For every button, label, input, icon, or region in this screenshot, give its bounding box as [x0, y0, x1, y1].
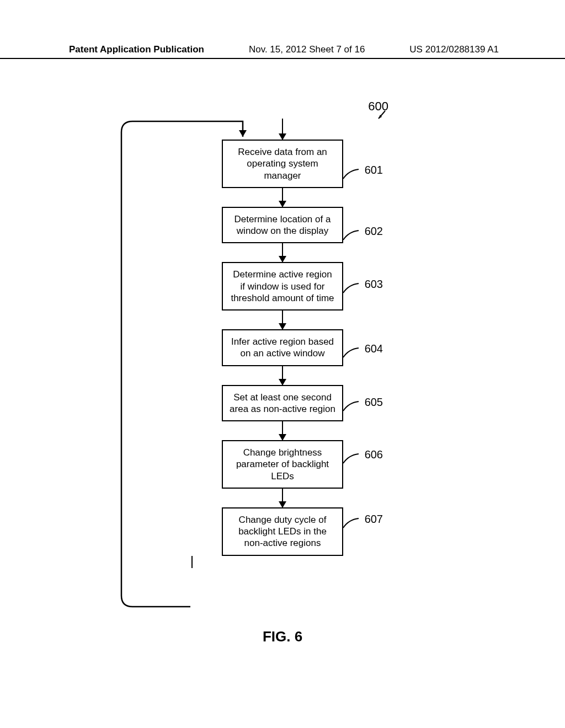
flow-step-607: Change duty cycle of backlight LEDs in t… [222, 507, 343, 556]
connector [282, 188, 283, 207]
step-text: Infer active region based on an active w… [231, 336, 334, 358]
flow-step-602: Determine location of a window on the di… [222, 207, 343, 244]
ref-label-604: 604 [365, 342, 383, 355]
ref-label-607: 607 [365, 513, 383, 526]
connector [282, 119, 283, 140]
ref-curve-icon [342, 282, 361, 296]
connector [282, 489, 283, 507]
figure-caption: FIG. 6 [263, 628, 302, 645]
ref-curve-icon [342, 400, 361, 414]
header-row: Patent Application Publication Nov. 15, … [0, 44, 565, 55]
header-pub-number: US 2012/0288139 A1 [409, 44, 499, 55]
ref-label-602: 602 [365, 225, 383, 238]
ref-curve-icon [342, 517, 361, 531]
connector [191, 556, 193, 568]
header-publication: Patent Application Publication [69, 44, 204, 55]
step-text: Set at least one second area as non-acti… [230, 392, 335, 414]
ref-label-605: 605 [365, 396, 383, 409]
flow-steps: Receive data from an operating system ma… [139, 119, 426, 568]
step-text: Change duty cycle of backlight LEDs in t… [238, 515, 327, 549]
ref-curve-icon [342, 229, 361, 243]
step-text: Receive data from an operating system ma… [238, 147, 327, 181]
page-header: Patent Application Publication Nov. 15, … [0, 44, 565, 59]
header-sheet-info: Nov. 15, 2012 Sheet 7 of 16 [249, 44, 365, 55]
flow-step-605: Set at least one second area as non-acti… [222, 385, 343, 422]
ref-label-606: 606 [365, 448, 383, 461]
flow-step-603: Determine active region if window is use… [222, 262, 343, 311]
flow-step-606: Change brightness parameter of backlight… [222, 440, 343, 489]
connector [282, 311, 283, 329]
ref-label-601: 601 [365, 164, 383, 176]
connector [282, 366, 283, 385]
ref-label-603: 603 [365, 278, 383, 291]
flow-step-604: Infer active region based on an active w… [222, 329, 343, 366]
flow-step-601: Receive data from an operating system ma… [222, 140, 343, 188]
flowchart-diagram: 600 Receive data from an operating syste… [0, 94, 565, 645]
step-text: Determine location of a window on the di… [234, 214, 331, 236]
ref-curve-icon [342, 168, 361, 181]
step-text: Change brightness parameter of backlight… [236, 447, 329, 481]
ref-curve-icon [342, 346, 361, 360]
ref-curve-icon [342, 452, 361, 466]
step-text: Determine active region if window is use… [231, 269, 334, 303]
connector [282, 243, 283, 262]
connector [282, 421, 283, 440]
